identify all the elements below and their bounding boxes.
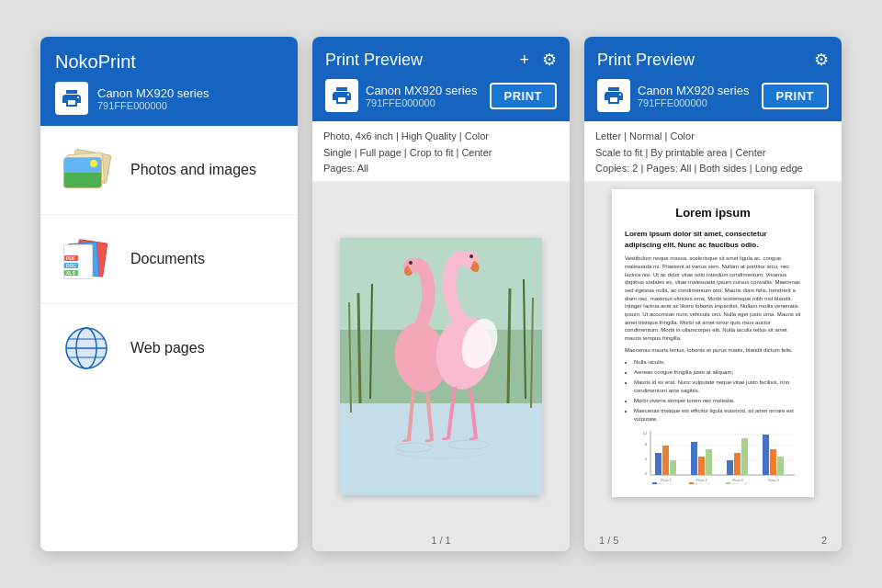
globe-svg [62, 324, 110, 372]
svg-text:8: 8 [645, 442, 648, 447]
printer-info: Canon MX920 series 791FFE000000 [97, 86, 209, 111]
svg-text:12: 12 [643, 431, 648, 435]
doc-bullet4: Morbi viverra semper lorem nec molestie. [634, 397, 801, 405]
app-menu-card: NokoPrint Canon MX920 series 791FFE00000… [40, 37, 298, 551]
photo-preview-title-row: Print Preview + ⚙ [325, 50, 557, 70]
svg-rect-39 [670, 460, 676, 475]
svg-text:Row 1: Row 1 [661, 478, 672, 482]
photo-printer-id: 791FFE000000 [366, 97, 477, 108]
photo-preview-title: Print Preview [325, 51, 423, 70]
photo-page-num: 1 / 1 [431, 535, 450, 546]
doc-printer-row: Canon MX920 series 791FFE000000 PRINT [597, 79, 829, 112]
svg-text:Column 3: Column 3 [732, 483, 746, 484]
svg-text:Row 2: Row 2 [696, 478, 707, 482]
svg-text:Row 3: Row 3 [732, 478, 743, 482]
svg-text:Column 1: Column 1 [659, 483, 673, 484]
svg-rect-55 [689, 482, 694, 484]
photo-header-icons: + ⚙ [519, 50, 557, 70]
photos-icon [59, 146, 114, 194]
app-title: NokoPrint [55, 51, 283, 73]
app-header: NokoPrint Canon MX920 series 791FFE00000… [40, 37, 298, 126]
menu-item-documents[interactable]: PDF DOC XLS Documents [40, 215, 298, 304]
svg-rect-7 [340, 403, 542, 495]
photo-preview-content: 1 / 1 [312, 182, 570, 551]
gear-icon[interactable]: ⚙ [542, 50, 557, 70]
doc-bullet5: Maecenas tristique est efficitur ligula … [634, 407, 801, 424]
doc-printer-text: Canon MX920 series 791FFE000000 [638, 84, 749, 108]
photo-preview-card: Print Preview + ⚙ Canon MX920 series 791… [312, 37, 570, 551]
svg-rect-47 [741, 438, 748, 475]
svg-point-17 [409, 261, 413, 265]
bar-chart-svg: 0 4 8 12 Row 1 Row [625, 429, 801, 484]
doc-preview-title: Print Preview [597, 51, 695, 70]
svg-rect-49 [763, 435, 769, 475]
doc-bullet2: Aenean congue fringilla justo at aliquam… [634, 368, 801, 377]
doc-print-button[interactable]: PRINT [762, 83, 830, 109]
photo-print-button[interactable]: PRINT [490, 83, 558, 109]
photo-meta-line2: Single | Full page | Crop to fit | Cente… [323, 145, 559, 162]
doc-preview-card: Print Preview ⚙ Canon MX920 series 791FF… [584, 37, 842, 551]
webpages-label: Web pages [130, 340, 205, 356]
printer-id: 791FFE000000 [97, 100, 209, 111]
doc-bullets: Nulla iaculis; Aenean congue fringilla j… [625, 358, 801, 424]
svg-text:4: 4 [645, 457, 648, 461]
documents-icon: PDF DOC XLS [59, 235, 114, 283]
svg-rect-37 [655, 453, 662, 475]
photo-printer-info: Canon MX920 series 791FFE000000 [325, 79, 477, 112]
svg-rect-43 [706, 449, 712, 475]
photo-preview-page [340, 238, 542, 495]
photos-label: Photos and images [130, 162, 256, 178]
doc-gear-icon[interactable]: ⚙ [814, 50, 829, 70]
svg-point-22 [469, 254, 473, 258]
printer-icon-wrap [55, 82, 88, 115]
printer-icon-wrap2 [325, 79, 358, 112]
main-menu: Photos and images PDF DOC XLS Documents [40, 126, 298, 551]
add-icon[interactable]: + [519, 51, 529, 70]
svg-rect-45 [727, 460, 733, 475]
svg-rect-41 [691, 442, 697, 475]
svg-rect-42 [698, 457, 705, 475]
photo-printer-name: Canon MX920 series [366, 84, 477, 97]
photo-preview-header: Print Preview + ⚙ Canon MX920 series 791… [312, 37, 570, 121]
doc-meta-line1: Letter | Normal | Color [595, 129, 831, 145]
doc-bullet3: Mauris id ex erat. Nunc vulputate neque … [634, 379, 801, 395]
svg-text:Row 4: Row 4 [768, 478, 779, 482]
doc-preview-header: Print Preview ⚙ Canon MX920 series 791FF… [584, 37, 842, 121]
doc-preview-meta: Letter | Normal | Color Scale to fit | B… [584, 121, 842, 182]
doc-meta-line2: Scale to fit | By printable area | Cente… [595, 145, 831, 162]
doc-para1: Vestibulum neque massa, scelerisque sit … [625, 254, 801, 343]
doc-subheading: Lorem ipsum dolor sit amet, consectetur … [625, 229, 801, 251]
doc-printer-info: Canon MX920 series 791FFE000000 [597, 79, 749, 112]
menu-item-photos[interactable]: Photos and images [40, 126, 298, 215]
svg-line-11 [508, 288, 510, 403]
doc-bullet1: Nulla iaculis; [634, 358, 801, 367]
svg-text:0: 0 [645, 471, 648, 476]
doc-page-preview: Lorem ipsum Lorem ipsum dolor sit amet, … [612, 189, 814, 497]
doc-preview-title-row: Print Preview ⚙ [597, 50, 829, 70]
documents-label: Documents [130, 251, 205, 267]
svg-rect-38 [662, 446, 669, 475]
svg-rect-51 [777, 457, 784, 475]
photo-printer-row: Canon MX920 series 791FFE000000 PRINT [325, 79, 557, 112]
doc-meta-line3: Copies: 2 | Pages: All | Both sides | Lo… [595, 161, 831, 177]
doc-printer-icon [603, 85, 625, 107]
svg-rect-46 [734, 453, 741, 475]
flamingo-illustration [340, 238, 542, 495]
doc-page-num-left: 1 / 5 [599, 535, 618, 546]
photo-meta-line3: Pages: All [323, 161, 559, 177]
doc-printer-icon-wrap [597, 79, 630, 112]
doc-para2: Maecenas mauris lectus, lobortis et puru… [625, 346, 801, 355]
svg-rect-53 [652, 482, 657, 484]
printer-icon2 [331, 85, 353, 107]
photo-printer-text: Canon MX920 series 791FFE000000 [366, 84, 477, 108]
doc-heading: Lorem ipsum [625, 204, 801, 222]
svg-line-9 [358, 293, 360, 403]
doc-preview-content: Lorem ipsum Lorem ipsum dolor sit amet, … [584, 182, 842, 551]
printer-icon [61, 87, 83, 109]
webpages-icon [59, 324, 114, 372]
menu-item-webpages[interactable]: Web pages [40, 304, 298, 392]
photo-meta-line1: Photo, 4x6 inch | High Quality | Color [323, 129, 559, 145]
doc-printer-name: Canon MX920 series [638, 84, 749, 97]
doc-printer-id: 791FFE000000 [638, 97, 749, 108]
doc-header-icons: ⚙ [814, 50, 829, 70]
